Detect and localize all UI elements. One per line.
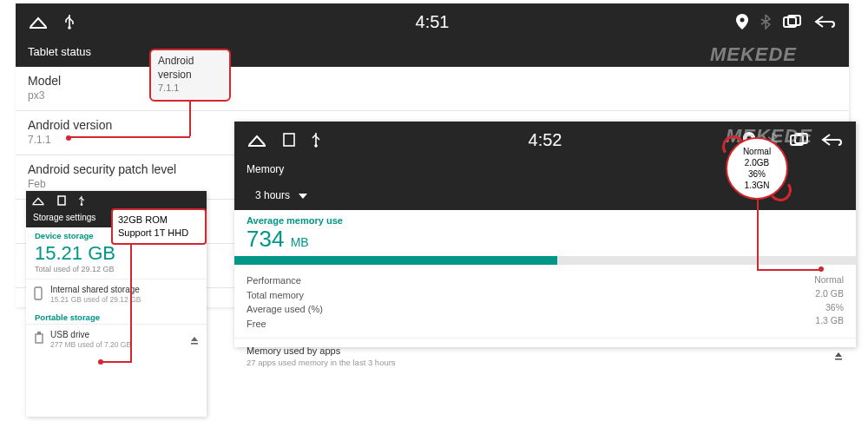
svg-rect-18 [835,358,842,360]
svg-rect-10 [37,332,41,334]
recents-icon[interactable] [783,15,802,29]
back-icon[interactable] [814,15,837,29]
screenshot-icon [57,195,66,206]
label: USB drive [50,330,198,339]
sub: 15.21 GB used of 29.12 GB [50,295,198,304]
callout-line [757,269,819,271]
tablet-status-header: Tablet status [16,40,849,67]
svg-point-2 [740,18,745,23]
svg-point-7 [81,203,83,206]
l4: 1.3GN [745,180,770,191]
phone-icon [34,286,43,304]
clock: 4:51 [416,12,450,32]
storage-used: 15.21 GB [26,242,207,265]
home-icon[interactable] [247,132,267,148]
screenshot-icon [283,133,295,147]
row-model[interactable]: Modelpx3 [16,67,849,111]
back-icon[interactable] [821,133,844,147]
callout-line [102,361,131,363]
callout-dot [98,359,103,365]
svg-rect-8 [35,287,42,299]
portable-storage-label: Portable storage [26,309,207,324]
callout-android-version: Android version 7.1.1 [149,49,231,102]
svg-rect-11 [191,343,198,345]
l3: 36% [748,168,766,180]
expand-icon [833,351,844,363]
line1: 32GB ROM [118,214,200,227]
eject-icon[interactable] [189,333,200,349]
label: Internal shared storage [50,285,198,294]
usb-drive-item[interactable]: USB drive 277 MB used of 7.20 GB [26,324,207,354]
callout-memory: Normal 2.0GB 36% 1.3GN [726,137,788,200]
callout-line [757,200,759,271]
usb-icon [78,195,85,206]
svg-rect-13 [284,134,294,146]
stat-name: Average used (%) [247,302,323,317]
bluetooth-icon [760,14,771,30]
line2: Support 1T HHD [118,227,200,240]
svg-point-14 [314,144,318,148]
memory-stats: Performance Total memory Average used (%… [234,270,856,339]
sub: 27 apps used memory in the last 3 hours [247,358,396,367]
callout-dot [66,135,71,141]
storage-total: Total used of 29.12 GB [26,265,207,279]
num: 734 [247,226,284,252]
title: Memory used by apps [247,345,340,356]
stat-name: Total memory [247,288,323,303]
home-icon[interactable] [28,14,49,30]
memory-bar-fill [234,256,557,265]
stat-val: 2.0 GB [814,287,844,301]
unit: MB [291,235,309,249]
status-bar-mini [26,191,207,210]
avg-memory-label: Average memory use [234,210,856,226]
location-icon [736,14,748,30]
callout-title: Android version [158,54,222,82]
stat-val: 36% [814,301,844,315]
callout-line [69,136,190,138]
recents-icon[interactable] [790,133,809,147]
callout-sub: 7.1.1 [158,82,222,95]
usb-icon [64,14,75,30]
avg-memory-value: 734 MB [234,226,856,256]
stat-name: Free [247,317,323,332]
callout-line [130,241,132,363]
dropdown-icon [299,189,307,201]
sub: 277 MB used of 7.20 GB [50,340,198,349]
picker-value: 3 hours [255,189,290,201]
l2: 2.0GB [745,157,769,168]
stat-val: 1.3 GB [814,314,844,328]
home-icon[interactable] [31,195,45,206]
stat-val: Normal [814,273,844,287]
status-bar: 4:51 [16,3,849,40]
memory-bar [234,256,856,265]
memory-by-apps[interactable]: Memory used by apps 27 apps used memory … [234,339,856,374]
svg-point-1 [68,26,71,30]
callout-rom: 32GB ROM Support 1T HHD [111,208,207,245]
usb-icon [311,132,321,148]
clock: 4:52 [529,130,562,150]
svg-rect-9 [36,334,43,343]
internal-storage-item[interactable]: Internal shared storage 15.21 GB used of… [26,279,207,309]
stat-name: Performance [247,273,323,288]
svg-rect-6 [58,196,65,205]
l1: Normal [743,146,771,157]
usb-drive-icon [34,332,44,347]
callout-dot [819,266,824,272]
